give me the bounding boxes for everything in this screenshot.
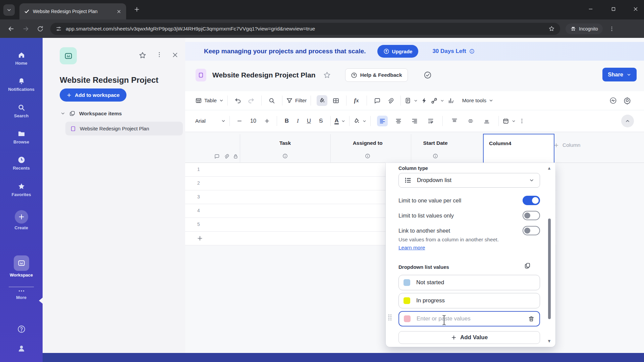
align-center-button[interactable] — [393, 116, 404, 126]
panel-menu-icon[interactable] — [156, 51, 163, 58]
panel-scrollbar-thumb[interactable] — [548, 219, 551, 319]
add-value-button[interactable]: Add Value — [398, 331, 540, 344]
value-color-swatch[interactable] — [404, 297, 410, 304]
workspace-item-selected[interactable]: Website Redesign Project Plan — [65, 122, 183, 135]
sidebar-item-browse[interactable]: Browse — [0, 130, 43, 144]
font-family-selector[interactable]: Arial — [195, 118, 226, 124]
fill-format-button-selected[interactable] — [317, 95, 327, 106]
favorite-star-icon[interactable] — [139, 51, 147, 59]
automation-bolt-icon[interactable] — [421, 97, 428, 104]
sidebar-item-recents[interactable]: Recents — [0, 156, 43, 171]
column-header-start-date[interactable]: Start Date — [423, 140, 447, 146]
column-type-select[interactable]: Dropdown list — [398, 173, 540, 188]
comment-column-icon[interactable] — [214, 154, 220, 159]
italic-button[interactable]: I — [297, 118, 299, 124]
chevron-down-icon[interactable] — [60, 111, 65, 116]
chart-icon[interactable] — [447, 97, 454, 104]
learn-more-link[interactable]: Learn more — [398, 245, 425, 251]
vertical-align-bottom-button[interactable] — [481, 116, 492, 126]
drag-handle[interactable] — [388, 314, 392, 320]
column-info-icon[interactable] — [433, 153, 438, 159]
fill-color-button[interactable] — [353, 118, 367, 124]
align-left-button-selected[interactable] — [377, 116, 388, 126]
toggle-limit-list-values-off[interactable] — [523, 211, 540, 220]
toggle-limit-one-value-on[interactable] — [523, 196, 540, 205]
cell-link-button[interactable] — [431, 97, 444, 104]
sidebar-item-favorites[interactable]: Favorites — [0, 182, 43, 197]
sidebar-item-notifications[interactable]: Notifications — [0, 77, 43, 92]
collapse-toolbar-button[interactable] — [621, 115, 634, 127]
sidebar-item-search[interactable]: Search — [0, 104, 43, 118]
undo-icon[interactable] — [234, 97, 241, 104]
underline-button[interactable]: U — [307, 118, 311, 124]
dropdown-value-row[interactable]: Not started — [398, 275, 540, 290]
add-column-button[interactable]: Column — [553, 142, 580, 148]
column-info-icon[interactable] — [282, 153, 288, 159]
dropdown-value-row[interactable]: In progress — [398, 293, 540, 308]
add-to-workspace-button[interactable]: Add to workspace — [60, 88, 126, 102]
comment-icon[interactable] — [374, 97, 381, 104]
dropdown-value-input-row[interactable] — [398, 311, 540, 326]
address-bar[interactable]: app.smartsheet.com/sheets/v3qwxMgRrP9pqp… — [50, 23, 560, 35]
cell-format-icon[interactable] — [332, 97, 339, 104]
more-tools-button[interactable]: More tools — [462, 98, 493, 104]
column-header-column4-selected[interactable]: Column4 — [483, 134, 554, 163]
vertical-align-top-button[interactable] — [449, 116, 460, 126]
favorite-sheet-star-icon[interactable] — [323, 71, 331, 79]
sidebar-item-workspace[interactable]: Workspace — [0, 255, 43, 278]
back-icon[interactable] — [7, 25, 15, 33]
account-button[interactable] — [0, 344, 43, 353]
attachment-icon[interactable] — [387, 97, 394, 104]
info-icon[interactable] — [469, 49, 475, 54]
copy-values-icon[interactable] — [524, 262, 531, 269]
more-format-options-icon[interactable] — [519, 118, 525, 124]
column-header-task[interactable]: Task — [279, 140, 291, 146]
window-maximize-button[interactable] — [610, 6, 616, 12]
trash-icon[interactable] — [528, 315, 535, 322]
workspace-items-section[interactable]: Workspace items — [60, 110, 122, 117]
sidebar-item-more[interactable]: More — [0, 289, 43, 300]
upgrade-button[interactable]: Upgrade — [377, 45, 419, 58]
attachment-column-icon[interactable] — [223, 154, 229, 159]
help-feedback-button[interactable]: Help & Feedback — [345, 68, 408, 82]
strikethrough-button[interactable]: S — [319, 118, 323, 124]
site-settings-icon[interactable] — [56, 26, 62, 32]
reload-icon[interactable] — [37, 25, 44, 32]
view-selector[interactable]: Table — [195, 97, 224, 104]
window-minimize-button[interactable] — [588, 6, 594, 12]
tab-close-icon[interactable] — [116, 9, 121, 14]
window-close-button[interactable] — [633, 6, 639, 12]
url-text[interactable]: app.smartsheet.com/sheets/v3qwxMgRrP9pqp… — [66, 26, 544, 32]
decrease-font-icon[interactable] — [236, 118, 243, 124]
scroll-up-arrow[interactable]: ▲ — [547, 166, 551, 171]
vertical-align-middle-button[interactable] — [465, 116, 476, 126]
filter-button[interactable]: Filter — [286, 97, 307, 104]
sidebar-item-home[interactable]: Home — [0, 51, 43, 66]
tab-search-button[interactable] — [3, 4, 15, 16]
column-info-icon[interactable] — [365, 153, 371, 159]
search-icon[interactable] — [268, 97, 275, 104]
browser-menu-icon[interactable] — [609, 26, 615, 32]
redo-icon[interactable] — [248, 97, 255, 104]
settings-gear-icon[interactable] — [623, 97, 631, 105]
toggle-link-another-sheet-off[interactable] — [523, 226, 540, 235]
date-format-button[interactable] — [502, 118, 516, 124]
browser-tab[interactable]: Website Redesign Project Plan — [19, 3, 126, 19]
sidebar-item-create[interactable]: Create — [0, 210, 43, 230]
new-tab-button[interactable] — [133, 6, 140, 13]
text-color-button[interactable]: A — [334, 118, 345, 125]
column-header-assigned-to[interactable]: Assigned to — [353, 140, 383, 146]
activity-log-icon[interactable] — [609, 97, 617, 105]
share-button[interactable]: Share — [602, 68, 637, 81]
panel-close-icon[interactable] — [171, 51, 179, 59]
help-button[interactable] — [0, 325, 43, 334]
value-color-swatch[interactable] — [404, 315, 411, 322]
value-input[interactable] — [417, 315, 522, 322]
forward-icon[interactable] — [22, 25, 30, 33]
align-right-button[interactable] — [409, 116, 420, 126]
wrap-text-button[interactable] — [425, 116, 436, 126]
bold-button[interactable]: B — [285, 118, 289, 124]
document-tools-button[interactable] — [405, 97, 418, 104]
formula-button[interactable]: fx — [354, 97, 359, 104]
bookmark-star-icon[interactable] — [548, 25, 555, 32]
